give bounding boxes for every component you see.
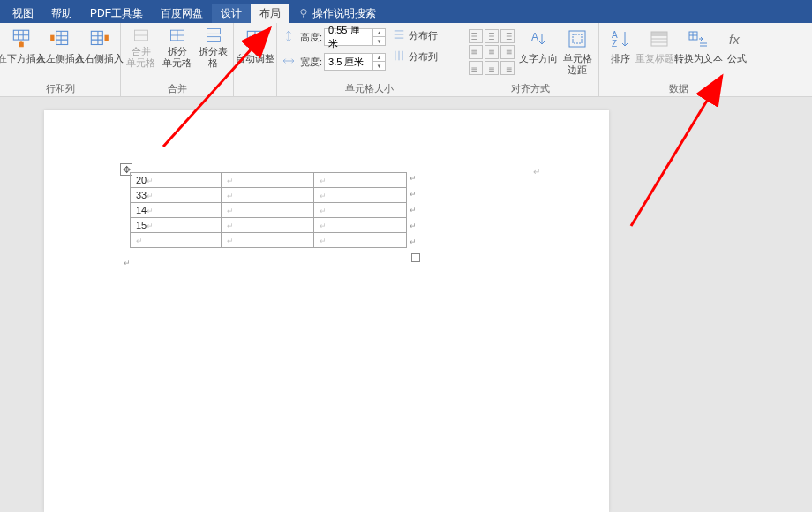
- align-grid-button[interactable]: [485, 45, 499, 59]
- svg-point-0: [301, 10, 306, 15]
- row-end-mark: ↵: [410, 237, 417, 246]
- merge-cells-icon: [132, 26, 150, 44]
- table-cell[interactable]: ↵: [314, 188, 407, 203]
- row-end-mark: ↵: [410, 190, 417, 199]
- col-width-icon: [282, 55, 297, 69]
- merge-cells-label: 合并单元格: [126, 46, 155, 69]
- group-alignment: A 文字方向 单元格边距 对齐方式: [462, 23, 599, 96]
- menu-bar: 视图 帮助 PDF工具集 百度网盘 设计 布局 操作说明搜索: [0, 4, 812, 23]
- menu-baidu-disk[interactable]: 百度网盘: [152, 4, 212, 23]
- table-cell[interactable]: 15↵: [131, 218, 222, 233]
- svg-line-22: [631, 76, 722, 226]
- merge-cells-button[interactable]: 合并单元格: [123, 25, 159, 71]
- menu-layout[interactable]: 布局: [251, 4, 289, 23]
- height-value: 0.55 厘米: [325, 24, 372, 50]
- align-grid-button[interactable]: [469, 61, 483, 75]
- distribute-cols-label: 分布列: [409, 50, 438, 64]
- svg-rect-9: [207, 37, 220, 42]
- group-merge: 合并单元格 拆分单元格 拆分表格 合并: [121, 23, 234, 96]
- svg-rect-4: [91, 31, 102, 44]
- paragraph-mark: ↵: [124, 259, 131, 267]
- table-insert-right-icon: [86, 26, 111, 51]
- height-label: 高度:: [300, 31, 322, 44]
- table-cell[interactable]: ↵: [222, 173, 314, 188]
- table-cell[interactable]: 20↵: [131, 173, 222, 188]
- svg-rect-5: [105, 35, 109, 41]
- sort-icon: AZ: [608, 26, 633, 51]
- height-input[interactable]: 0.55 厘米 ▲▼: [324, 28, 386, 46]
- table-insert-left-icon: [48, 26, 72, 51]
- table-cell[interactable]: ↵: [314, 203, 407, 218]
- cell-margins-button[interactable]: 单元格边距: [558, 25, 597, 78]
- width-input[interactable]: 3.5 厘米 ▲▼: [324, 53, 386, 71]
- autofit-label: 自动调整: [236, 53, 274, 64]
- table-cell[interactable]: ↵: [222, 203, 314, 218]
- table-cell[interactable]: 14↵: [131, 203, 222, 218]
- distribute-cols-icon: [393, 49, 407, 64]
- row-end-mark: ↵: [410, 206, 417, 215]
- menu-view[interactable]: 视图: [4, 4, 42, 23]
- split-cells-icon: [169, 26, 186, 44]
- width-spinner[interactable]: ▲▼: [372, 54, 385, 70]
- formula-button[interactable]: fx 公式: [718, 25, 756, 66]
- table-cell[interactable]: ↵: [314, 233, 407, 248]
- group-rows-cols: 在下方插入 在左侧插入 在右侧插入 行和列: [0, 23, 121, 96]
- align-grid-button[interactable]: [500, 45, 515, 59]
- table-cell[interactable]: ↵: [222, 218, 314, 233]
- insert-below-button[interactable]: 在下方插入: [2, 25, 41, 66]
- table-cell[interactable]: ↵: [314, 173, 407, 188]
- distribute-rows-button[interactable]: 分布行: [393, 28, 438, 42]
- align-grid-button[interactable]: [500, 29, 515, 43]
- align-grid-button[interactable]: [500, 61, 515, 75]
- group-autofit: 自动调整: [234, 23, 277, 96]
- repeat-header-button[interactable]: 重复标题行: [640, 25, 679, 66]
- align-grid-button[interactable]: [469, 29, 483, 43]
- repeat-header-icon: [647, 26, 672, 51]
- distribute-cols-button[interactable]: 分布列: [393, 49, 438, 64]
- distribute-rows-label: 分布行: [409, 29, 438, 42]
- document-table[interactable]: 20↵ ↵ ↵ 33↵ ↵ ↵ 14↵ ↵ ↵ 15↵ ↵ ↵ ↵ ↵ ↵: [130, 172, 407, 248]
- height-spinner[interactable]: ▲▼: [372, 29, 385, 45]
- insert-left-button[interactable]: 在左侧插入: [41, 25, 79, 66]
- menu-help[interactable]: 帮助: [42, 4, 81, 23]
- align-grid-button[interactable]: [485, 29, 499, 43]
- text-dir-label: 文字方向: [519, 53, 558, 64]
- width-value: 3.5 厘米: [325, 56, 372, 69]
- convert-text-button[interactable]: 转换为文本: [679, 25, 718, 66]
- menu-tell-me[interactable]: 操作说明搜索: [289, 4, 385, 23]
- autofit-button[interactable]: 自动调整: [236, 25, 274, 66]
- row-end-mark: ↵: [410, 174, 417, 183]
- sort-button[interactable]: AZ 排序: [601, 25, 640, 66]
- table-row: 15↵ ↵ ↵: [131, 218, 407, 233]
- menu-pdf-tools[interactable]: PDF工具集: [81, 4, 152, 23]
- table-cell[interactable]: 33↵: [131, 188, 222, 203]
- lightbulb-icon: [298, 8, 309, 19]
- menu-design[interactable]: 设计: [212, 4, 251, 23]
- svg-rect-3: [50, 35, 54, 41]
- row-end-mark: ↵: [410, 222, 417, 230]
- group-merge-label: 合并: [123, 80, 231, 96]
- insert-right-button[interactable]: 在右侧插入: [79, 25, 118, 66]
- group-cell-size-label: 单元格大小: [279, 80, 460, 96]
- group-cell-size: 高度: 0.55 厘米 ▲▼ 宽度: 3.5 厘米 ▲▼: [277, 23, 462, 96]
- document-page: ✥ ↵ 20↵ ↵ ↵ 33↵ ↵ ↵ 14↵ ↵ ↵ 15↵ ↵ ↵ ↵ ↵ …: [44, 110, 609, 512]
- svg-rect-13: [573, 34, 582, 43]
- split-table-button[interactable]: 拆分表格: [195, 25, 231, 71]
- table-cell[interactable]: ↵: [314, 218, 407, 233]
- group-data-label: 数据: [601, 80, 756, 96]
- svg-rect-2: [56, 31, 68, 44]
- table-resize-handle[interactable]: [411, 253, 420, 262]
- align-grid-button[interactable]: [485, 61, 499, 75]
- insert-right-label: 在右侧插入: [75, 53, 124, 64]
- table-cell[interactable]: ↵: [131, 233, 222, 248]
- table-cell[interactable]: ↵: [222, 188, 314, 203]
- group-rows-cols-label: 行和列: [2, 80, 118, 96]
- align-grid-button[interactable]: [469, 45, 483, 59]
- ribbon: 在下方插入 在左侧插入 在右侧插入 行和列 合: [0, 23, 812, 97]
- svg-rect-12: [569, 31, 585, 47]
- svg-rect-16: [651, 32, 667, 36]
- text-direction-button[interactable]: A 文字方向: [519, 25, 558, 66]
- table-cell[interactable]: ↵: [222, 233, 314, 248]
- row-height-icon: [282, 30, 297, 44]
- split-cells-button[interactable]: 拆分单元格: [159, 25, 195, 71]
